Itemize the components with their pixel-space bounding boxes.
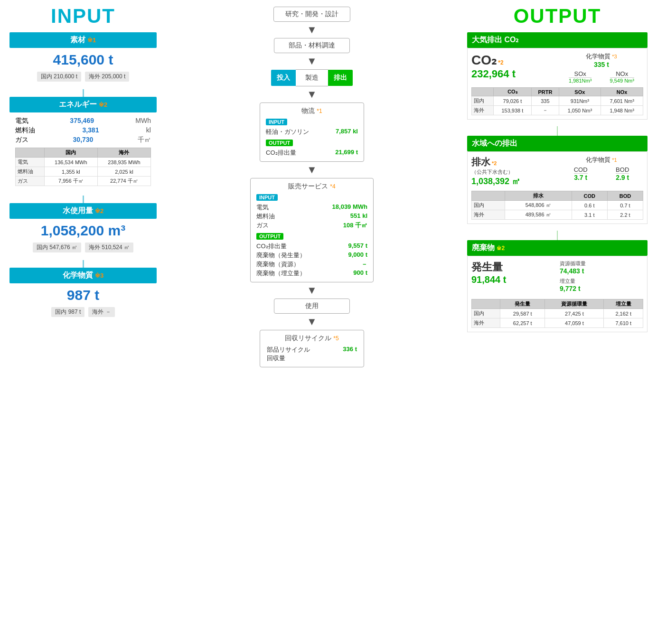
waste-landfill-item: 埋立量 9,772 t xyxy=(560,278,643,292)
recycle-box: 回収リサイクル *5 部品リサイクル回収量 336 t xyxy=(260,330,364,367)
table-row: 海外 153,938 t － 1,050 Nm³ 1,948 Nm³ xyxy=(472,106,643,115)
material-sub: 国内 210,600 t 海外 205,000 t xyxy=(9,72,157,82)
sales-out-waste-resource: 廃棄物（資源） － xyxy=(256,260,367,269)
arrow1: ▼ xyxy=(307,25,317,35)
energy-header: エネルギー ※2 xyxy=(9,97,157,112)
output-title: OUTPUT xyxy=(467,5,648,28)
sales-box: 販売サービス *4 INPUT 電気 18,039 MWh 燃料油 551 kl… xyxy=(250,178,374,282)
waste-right: 資源循環量 74,483 t 埋立量 9,772 t xyxy=(560,260,643,295)
sales-out-co2: CO₂排出量 9,557 t xyxy=(256,242,367,251)
bod-label: BOD xyxy=(616,166,629,174)
chemical-section: 化学物質 ※3 987 t 国内 987 t 海外 － xyxy=(9,268,157,317)
chem-value: 335 t xyxy=(560,61,643,68)
output-connector1 xyxy=(557,126,558,136)
energy-table: 国内 海外 電気 136,534 MWh 238,935 MWh 燃料油 1,3… xyxy=(15,148,151,186)
flow-step6: 使用 xyxy=(274,299,350,314)
manufacture-row: 投入 製造 排出 xyxy=(271,69,353,86)
chemical-header: 化学物質 ※3 xyxy=(9,268,157,283)
flow-step1: 研究・開発・設計 xyxy=(273,7,350,22)
cod-value: 3.7 t xyxy=(574,174,588,181)
manufacture-input-label: 投入 xyxy=(271,70,296,86)
recycle-item: 部品リサイクル回収量 336 t xyxy=(267,345,357,363)
chemical-domestic: 国内 987 t xyxy=(51,307,84,317)
cod-bod-values: COD 3.7 t BOD 2.9 t xyxy=(560,166,643,181)
logistics-input-badge: INPUT xyxy=(266,119,287,125)
nox-label: NOx xyxy=(610,70,634,78)
energy-row-gas: ガス 30,730 千㎥ xyxy=(15,135,151,145)
table-row: ガス 7,956 千㎥ 22,774 千㎥ xyxy=(16,177,151,186)
waste-gen-label: 発生量 xyxy=(471,260,555,274)
arrow4: ▼ xyxy=(307,165,317,175)
chem-label: 化学物質 *3 xyxy=(560,52,643,61)
table-row: 海外 62,257 t 47,059 t 7,610 t xyxy=(472,318,643,328)
waste-resource-value: 74,483 t xyxy=(560,267,643,275)
sales-output-badge: OUTPUT xyxy=(256,233,283,240)
sales-item-elec: 電気 18,039 MWh xyxy=(256,203,367,212)
water-output-section: 水域への排出 排水 *2 （公共下水含む） 1,038,392 ㎥ 化学物質 *… xyxy=(467,136,648,224)
flow-step2: 部品・材料調達 xyxy=(274,38,350,53)
manufacture-output-label: 排出 xyxy=(328,70,353,86)
co2-main-value: 232,964 t xyxy=(471,68,555,80)
manufacture-center-label: 製造 xyxy=(296,69,328,86)
sox-nox-row: SOx 1,981Nm³ NOx 9,549 Nm³ xyxy=(560,70,643,84)
water-chem-label: 化学物質 *1 xyxy=(560,156,643,164)
water-left: 排水 *2 （公共下水含む） 1,038,392 ㎥ xyxy=(471,156,555,187)
material-overseas: 海外 205,000 t xyxy=(85,72,129,82)
waste-landfill-label: 埋立量 xyxy=(560,278,643,285)
arrow6: ▼ xyxy=(307,317,317,327)
input-column: INPUT 素材 ※1 415,600 t 国内 210,600 t 海外 20… xyxy=(9,5,157,369)
water-header: 水使用量 ※2 xyxy=(9,203,157,219)
energy-section: エネルギー ※2 電気 375,469 MWh 燃料油 3,381 kl ガス … xyxy=(9,97,157,188)
sales-out-waste-gen: 廃棄物（発生量） 9,000 t xyxy=(256,251,367,260)
sox-value: 1,981Nm³ xyxy=(569,78,591,84)
water-output-content: 排水 *2 （公共下水含む） 1,038,392 ㎥ 化学物質 *1 COD 3… xyxy=(467,151,648,224)
water-table: 排水 COD BOD 国内 548,806 ㎥ 0.6 t 0.7 t xyxy=(471,191,643,220)
co2-main-label: CO₂ *2 xyxy=(471,52,555,68)
chemical-sub: 国内 987 t 海外 － xyxy=(9,307,157,317)
bod-item: BOD 2.9 t xyxy=(616,166,629,181)
table-row: 国内 79,026 t 335 931Nm³ 7,601 Nm³ xyxy=(472,96,643,106)
energy-content: 電気 375,469 MWh 燃料油 3,381 kl ガス 30,730 千㎥ xyxy=(9,112,157,188)
material-header: 素材 ※1 xyxy=(9,32,157,48)
logistics-item-co2: CO₂排出量 21,699 t xyxy=(266,149,358,157)
recycle-title: 回収リサイクル *5 xyxy=(267,334,357,343)
water-domestic: 国内 547,676 ㎥ xyxy=(33,243,81,252)
logistics-box: 物流 *1 INPUT 軽油・ガソリン 7,857 kl OUTPUT CO₂排… xyxy=(260,103,364,162)
output-connector2 xyxy=(557,231,558,240)
atmosphere-table: CO₂ PRTR SOx NOx 国内 79,026 t 335 931Nm³ xyxy=(471,87,643,115)
atmosphere-section: 大気排出 CO₂ CO₂ *2 232,964 t 化学物質 *3 335 t xyxy=(467,32,648,120)
co2-left: CO₂ *2 232,964 t xyxy=(471,52,555,80)
material-section: 素材 ※1 415,600 t 国内 210,600 t 海外 205,000 … xyxy=(9,32,157,82)
sales-out-waste-landfill: 廃棄物（埋立量） 900 t xyxy=(256,269,367,278)
discharge-value: 1,038,392 ㎥ xyxy=(471,176,555,187)
connector3 xyxy=(83,260,84,268)
material-value: 415,600 t xyxy=(9,48,157,70)
connector1 xyxy=(83,89,84,97)
water-value: 1,058,200 m³ xyxy=(9,219,157,241)
arrow5: ▼ xyxy=(307,285,317,296)
nox-value: 9,549 Nm³ xyxy=(610,78,634,84)
sales-input-badge: INPUT xyxy=(256,194,278,201)
water-overseas: 海外 510,524 ㎥ xyxy=(85,243,133,252)
sox-label: SOx xyxy=(569,70,591,78)
center-column: 研究・開発・設計 ▼ 部品・材料調達 ▼ 投入 製造 排出 ▼ 物流 *1 IN… xyxy=(157,5,467,369)
waste-left: 発生量 91,844 t xyxy=(471,260,555,295)
waste-resource-item: 資源循環量 74,483 t xyxy=(560,260,643,275)
table-row: 電気 136,534 MWh 238,935 MWh xyxy=(16,158,151,167)
discharge-label: 排水 *2 xyxy=(471,156,555,168)
sales-title: 販売サービス *4 xyxy=(256,182,367,191)
co2-top-row: CO₂ *2 232,964 t 化学物質 *3 335 t SOx 1,981… xyxy=(471,52,643,84)
connector2 xyxy=(83,196,84,203)
chemical-value: 987 t xyxy=(9,283,157,305)
chemical-overseas: 海外 － xyxy=(88,307,114,317)
energy-th-domestic: 国内 xyxy=(44,148,97,158)
sales-item-gas: ガス 108 千㎥ xyxy=(256,221,367,230)
input-title: INPUT xyxy=(9,5,157,28)
nox-item: NOx 9,549 Nm³ xyxy=(610,70,634,84)
table-row: 燃料油 1,355 kl 2,025 kl xyxy=(16,167,151,177)
discharge-note: （公共下水含む） xyxy=(471,168,555,176)
logistics-title: 物流 *1 xyxy=(266,107,358,115)
sales-item-fuel: 燃料油 551 kl xyxy=(256,212,367,221)
waste-gen-value: 91,844 t xyxy=(471,274,555,285)
energy-th-overseas: 海外 xyxy=(97,148,150,158)
